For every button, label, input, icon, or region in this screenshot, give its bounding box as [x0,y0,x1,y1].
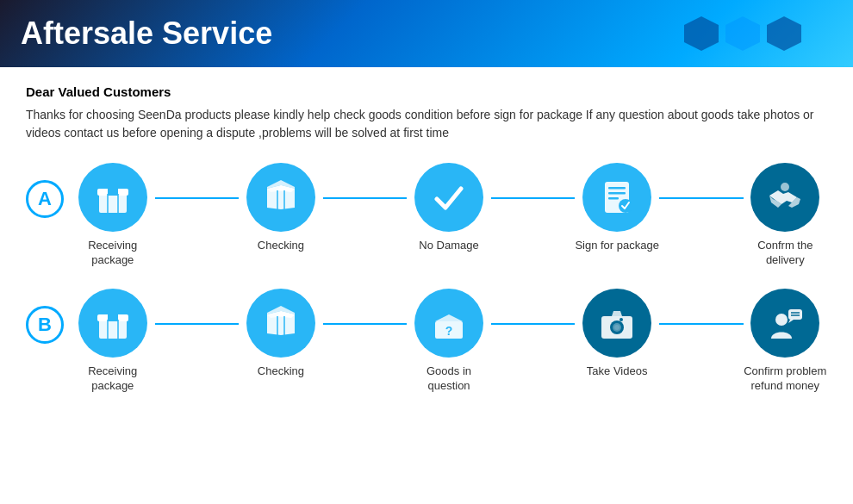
connector-a1 [155,197,240,199]
step-a5: Confrm the delivery [744,163,828,268]
svg-rect-19 [108,314,118,321]
connector-a3 [491,197,576,199]
svg-point-34 [614,325,620,330]
hex-2 [725,16,760,51]
step-b1-label: Receiving package [71,364,155,394]
hex-1 [684,16,719,51]
connector-b2 [323,323,408,325]
svg-rect-12 [608,187,626,190]
svg-text:?: ? [445,324,453,338]
step-a2-label: Checking [258,239,304,253]
step-b4: Take Videos [575,289,659,379]
step-a5-label: Confrm the delivery [744,239,828,268]
step-a2: Checking [239,163,323,253]
steps-row-a: Receiving package Checking [71,163,827,268]
connector-a2 [323,197,408,199]
open-box-icon-b [260,302,302,344]
badge-b: B [26,306,64,344]
step-a3: No Damage [407,163,491,253]
step-a2-icon [246,163,315,232]
description-text: Thanks for choosing SeenDa products plea… [26,106,827,142]
handshake-icon [764,177,806,218]
flow-row-a: A Receiving package [26,163,827,268]
person-chat-icon [764,302,806,344]
step-a4-label: Sign for package [575,239,659,253]
flow-row-b: B Receiving package [26,289,827,394]
connector-b4 [659,323,744,325]
step-b2-icon [246,289,315,358]
svg-point-36 [775,314,788,326]
connector-b1 [155,323,240,325]
step-b2: Checking [239,289,323,379]
svg-rect-0 [99,194,127,213]
steps-row-b: Receiving package Checking [71,289,827,394]
question-box-icon: ? [428,302,470,344]
step-b5: Confirm problemrefund money [744,289,828,394]
step-b3: ? Goods in question [407,289,491,394]
box-icon-b [92,302,134,344]
step-b1: Receiving package [71,289,155,394]
step-a4-icon [582,163,651,232]
step-b5-label: Confirm problemrefund money [744,364,826,394]
svg-rect-14 [608,197,619,200]
svg-marker-29 [435,314,463,321]
connector-a4 [659,197,744,199]
hex-3 [767,16,801,51]
svg-rect-2 [108,189,118,196]
page-title: Aftersale Service [21,16,272,52]
svg-point-16 [781,183,789,191]
greeting-text: Dear Valued Customers [26,84,827,99]
content-area: Dear Valued Customers Thanks for choosin… [0,67,853,432]
step-a1-label: Receiving package [71,239,155,268]
step-b5-icon [750,289,819,358]
svg-rect-37 [788,309,802,320]
badge-a: A [26,180,64,218]
checkmark-icon [428,177,470,218]
step-b4-icon [582,289,651,358]
open-box-icon [260,177,302,218]
step-b3-label: Goods in question [407,364,491,394]
step-a1: Receiving package [71,163,155,268]
step-b3-icon: ? [414,289,483,358]
svg-rect-13 [608,192,626,195]
step-b1-icon [78,289,147,358]
hex-decoration [684,16,801,51]
step-a4: Sign for package [575,163,659,253]
connector-b3 [491,323,576,325]
step-a5-icon [750,163,819,232]
svg-rect-17 [99,320,127,339]
step-b2-label: Checking [258,364,304,379]
page-header: Aftersale Service [0,0,853,67]
document-icon [596,177,638,218]
step-a1-icon [78,163,147,232]
camera-icon [596,302,638,344]
box-icon [92,177,134,218]
svg-marker-38 [788,320,794,323]
step-b4-label: Take Videos [587,364,648,379]
svg-point-35 [620,318,623,321]
step-a3-icon [414,163,483,232]
step-a3-label: No Damage [419,239,478,253]
